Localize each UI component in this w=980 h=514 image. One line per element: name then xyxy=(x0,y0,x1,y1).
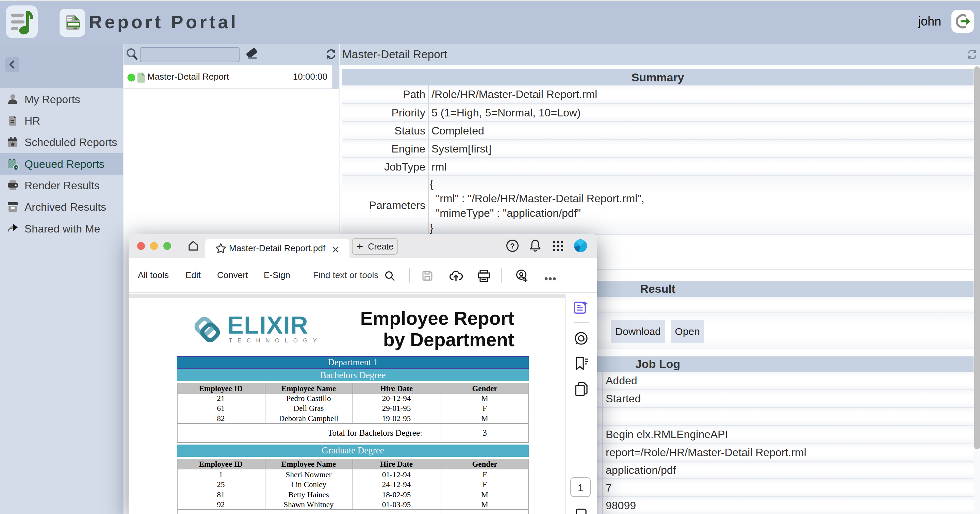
svg-text:?: ? xyxy=(510,242,514,250)
